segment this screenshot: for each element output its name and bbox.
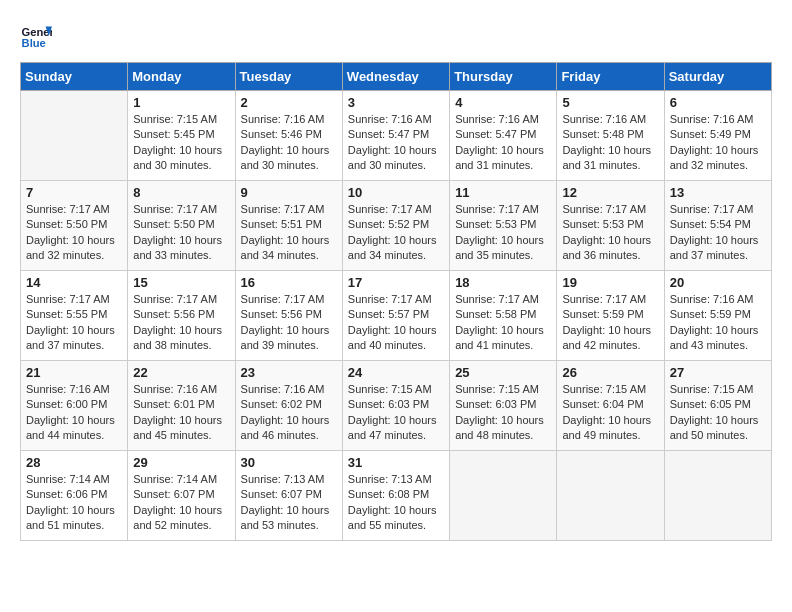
sunset-text: Sunset: 5:55 PM — [26, 307, 122, 322]
calendar-cell: 31Sunrise: 7:13 AMSunset: 6:08 PMDayligh… — [342, 451, 449, 541]
day-number: 25 — [455, 365, 551, 380]
sunrise-text: Sunrise: 7:17 AM — [26, 292, 122, 307]
daylight-text: Daylight: 10 hours and 31 minutes. — [562, 143, 658, 174]
sunset-text: Sunset: 5:47 PM — [348, 127, 444, 142]
sunset-text: Sunset: 5:45 PM — [133, 127, 229, 142]
sunset-text: Sunset: 6:07 PM — [133, 487, 229, 502]
sunset-text: Sunset: 6:06 PM — [26, 487, 122, 502]
logo: General Blue — [20, 20, 56, 52]
calendar-cell: 19Sunrise: 7:17 AMSunset: 5:59 PMDayligh… — [557, 271, 664, 361]
sunrise-text: Sunrise: 7:14 AM — [133, 472, 229, 487]
day-number: 8 — [133, 185, 229, 200]
weekday-header-wednesday: Wednesday — [342, 63, 449, 91]
calendar-cell: 27Sunrise: 7:15 AMSunset: 6:05 PMDayligh… — [664, 361, 771, 451]
sunrise-text: Sunrise: 7:15 AM — [455, 382, 551, 397]
daylight-text: Daylight: 10 hours and 37 minutes. — [670, 233, 766, 264]
calendar-cell: 14Sunrise: 7:17 AMSunset: 5:55 PMDayligh… — [21, 271, 128, 361]
sunset-text: Sunset: 6:08 PM — [348, 487, 444, 502]
calendar-cell: 22Sunrise: 7:16 AMSunset: 6:01 PMDayligh… — [128, 361, 235, 451]
day-number: 10 — [348, 185, 444, 200]
daylight-text: Daylight: 10 hours and 37 minutes. — [26, 323, 122, 354]
day-number: 3 — [348, 95, 444, 110]
sunset-text: Sunset: 5:59 PM — [670, 307, 766, 322]
week-row-2: 7Sunrise: 7:17 AMSunset: 5:50 PMDaylight… — [21, 181, 772, 271]
calendar-cell — [557, 451, 664, 541]
calendar-cell: 13Sunrise: 7:17 AMSunset: 5:54 PMDayligh… — [664, 181, 771, 271]
sunrise-text: Sunrise: 7:15 AM — [562, 382, 658, 397]
sunrise-text: Sunrise: 7:15 AM — [670, 382, 766, 397]
sunrise-text: Sunrise: 7:14 AM — [26, 472, 122, 487]
daylight-text: Daylight: 10 hours and 43 minutes. — [670, 323, 766, 354]
daylight-text: Daylight: 10 hours and 52 minutes. — [133, 503, 229, 534]
day-number: 15 — [133, 275, 229, 290]
sunrise-text: Sunrise: 7:16 AM — [348, 112, 444, 127]
sunset-text: Sunset: 5:50 PM — [26, 217, 122, 232]
daylight-text: Daylight: 10 hours and 32 minutes. — [670, 143, 766, 174]
daylight-text: Daylight: 10 hours and 40 minutes. — [348, 323, 444, 354]
day-number: 24 — [348, 365, 444, 380]
sunset-text: Sunset: 5:56 PM — [241, 307, 337, 322]
calendar-cell: 9Sunrise: 7:17 AMSunset: 5:51 PMDaylight… — [235, 181, 342, 271]
calendar-cell: 21Sunrise: 7:16 AMSunset: 6:00 PMDayligh… — [21, 361, 128, 451]
daylight-text: Daylight: 10 hours and 41 minutes. — [455, 323, 551, 354]
day-number: 1 — [133, 95, 229, 110]
sunrise-text: Sunrise: 7:17 AM — [241, 292, 337, 307]
day-number: 4 — [455, 95, 551, 110]
daylight-text: Daylight: 10 hours and 49 minutes. — [562, 413, 658, 444]
week-row-3: 14Sunrise: 7:17 AMSunset: 5:55 PMDayligh… — [21, 271, 772, 361]
sunrise-text: Sunrise: 7:13 AM — [241, 472, 337, 487]
weekday-header-saturday: Saturday — [664, 63, 771, 91]
daylight-text: Daylight: 10 hours and 55 minutes. — [348, 503, 444, 534]
sunset-text: Sunset: 6:03 PM — [455, 397, 551, 412]
week-row-4: 21Sunrise: 7:16 AMSunset: 6:00 PMDayligh… — [21, 361, 772, 451]
weekday-header-friday: Friday — [557, 63, 664, 91]
day-number: 18 — [455, 275, 551, 290]
calendar-table: SundayMondayTuesdayWednesdayThursdayFrid… — [20, 62, 772, 541]
daylight-text: Daylight: 10 hours and 33 minutes. — [133, 233, 229, 264]
day-number: 30 — [241, 455, 337, 470]
sunset-text: Sunset: 5:49 PM — [670, 127, 766, 142]
page-header: General Blue — [20, 20, 772, 52]
sunrise-text: Sunrise: 7:17 AM — [348, 292, 444, 307]
calendar-cell — [21, 91, 128, 181]
sunset-text: Sunset: 5:51 PM — [241, 217, 337, 232]
daylight-text: Daylight: 10 hours and 53 minutes. — [241, 503, 337, 534]
day-number: 31 — [348, 455, 444, 470]
sunrise-text: Sunrise: 7:17 AM — [133, 202, 229, 217]
calendar-cell: 30Sunrise: 7:13 AMSunset: 6:07 PMDayligh… — [235, 451, 342, 541]
weekday-header-row: SundayMondayTuesdayWednesdayThursdayFrid… — [21, 63, 772, 91]
sunset-text: Sunset: 6:07 PM — [241, 487, 337, 502]
sunset-text: Sunset: 5:54 PM — [670, 217, 766, 232]
day-number: 6 — [670, 95, 766, 110]
sunrise-text: Sunrise: 7:16 AM — [455, 112, 551, 127]
daylight-text: Daylight: 10 hours and 50 minutes. — [670, 413, 766, 444]
day-number: 13 — [670, 185, 766, 200]
sunrise-text: Sunrise: 7:17 AM — [133, 292, 229, 307]
calendar-cell: 15Sunrise: 7:17 AMSunset: 5:56 PMDayligh… — [128, 271, 235, 361]
sunrise-text: Sunrise: 7:16 AM — [670, 292, 766, 307]
week-row-5: 28Sunrise: 7:14 AMSunset: 6:06 PMDayligh… — [21, 451, 772, 541]
calendar-cell: 3Sunrise: 7:16 AMSunset: 5:47 PMDaylight… — [342, 91, 449, 181]
sunset-text: Sunset: 6:01 PM — [133, 397, 229, 412]
sunset-text: Sunset: 5:46 PM — [241, 127, 337, 142]
calendar-cell: 20Sunrise: 7:16 AMSunset: 5:59 PMDayligh… — [664, 271, 771, 361]
day-number: 17 — [348, 275, 444, 290]
daylight-text: Daylight: 10 hours and 39 minutes. — [241, 323, 337, 354]
daylight-text: Daylight: 10 hours and 51 minutes. — [26, 503, 122, 534]
sunset-text: Sunset: 6:00 PM — [26, 397, 122, 412]
day-number: 29 — [133, 455, 229, 470]
sunrise-text: Sunrise: 7:17 AM — [455, 292, 551, 307]
svg-text:Blue: Blue — [22, 37, 46, 49]
calendar-cell: 26Sunrise: 7:15 AMSunset: 6:04 PMDayligh… — [557, 361, 664, 451]
calendar-cell — [664, 451, 771, 541]
weekday-header-sunday: Sunday — [21, 63, 128, 91]
sunrise-text: Sunrise: 7:17 AM — [670, 202, 766, 217]
daylight-text: Daylight: 10 hours and 30 minutes. — [133, 143, 229, 174]
day-number: 26 — [562, 365, 658, 380]
sunset-text: Sunset: 5:47 PM — [455, 127, 551, 142]
weekday-header-tuesday: Tuesday — [235, 63, 342, 91]
sunrise-text: Sunrise: 7:13 AM — [348, 472, 444, 487]
sunrise-text: Sunrise: 7:15 AM — [348, 382, 444, 397]
daylight-text: Daylight: 10 hours and 45 minutes. — [133, 413, 229, 444]
sunset-text: Sunset: 5:50 PM — [133, 217, 229, 232]
